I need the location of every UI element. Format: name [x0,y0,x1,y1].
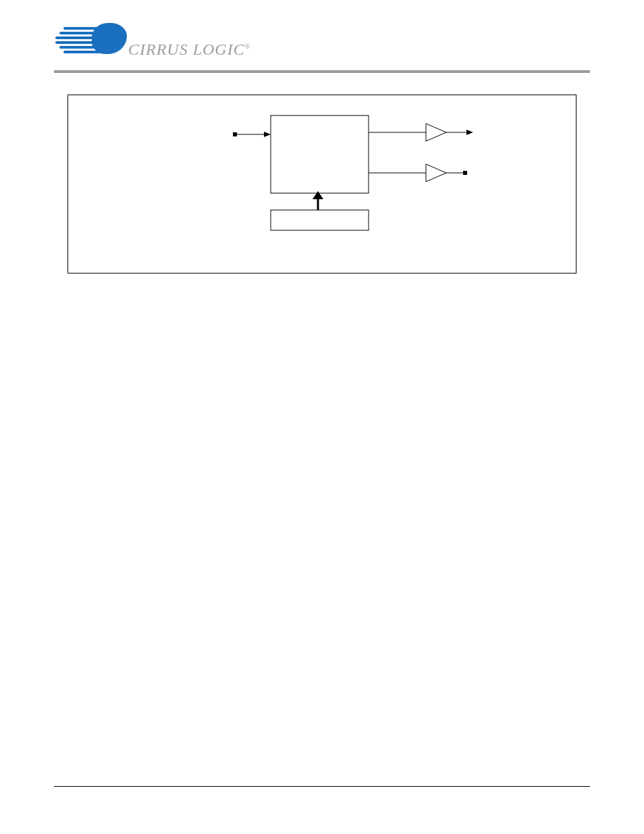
company-logo [54,23,128,63]
footer-rule [54,786,590,787]
buffer2-icon [426,164,446,182]
logo-blob [92,23,127,54]
input-arrowhead [264,132,271,137]
main-block [271,115,369,193]
brand-name-text: CIRRUS LOGIC [128,41,245,58]
buffer1-icon [426,124,446,141]
register-arrowhead [313,191,323,199]
block-diagram-svg [68,95,577,274]
logo-mark [54,23,128,63]
header-rule [54,70,590,73]
register-block [271,210,369,230]
page-header: CIRRUS LOGIC® [0,0,644,74]
block-diagram [68,95,576,273]
out1-arrowhead [466,130,473,135]
input-port [233,132,237,136]
brand-name: CIRRUS LOGIC® [128,41,250,59]
registered-symbol: ® [245,43,251,50]
page: CIRRUS LOGIC® [0,0,644,834]
out2-port [463,171,467,175]
